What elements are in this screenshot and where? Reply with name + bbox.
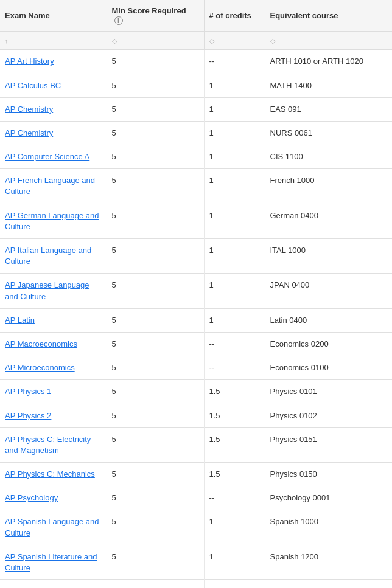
ap-exams-table: Exam Name Min Score Required i # of cred… <box>0 0 392 588</box>
cell-credits: 1 <box>204 204 265 238</box>
sort-arrow-credits: ◇ <box>209 37 214 44</box>
cell-equivalent: German 0400 <box>265 204 392 238</box>
cell-min-score: 5 <box>107 545 204 579</box>
table-row: AP Chemistry51NURS 0061 <box>0 121 392 145</box>
exam-name-link[interactable]: AP Spanish Language and Culture <box>5 517 99 537</box>
cell-credits: 1 <box>204 169 265 204</box>
cell-exam-name: AP Physics 2 <box>0 404 107 427</box>
table-row: AP Macroeconomics5--Economics 0200 <box>0 332 392 356</box>
cell-equivalent: Economics 0100 <box>265 356 392 380</box>
cell-exam-name: AP Spanish Language and Culture <box>0 510 107 545</box>
cell-exam-name: AP Microeconomics <box>0 356 107 380</box>
cell-exam-name: AP Calculus BC <box>0 74 107 97</box>
cell-equivalent: Physics 0102 <box>265 404 392 427</box>
header-credits[interactable]: # of credits <box>204 0 265 32</box>
exam-name-link[interactable]: AP Calculus BC <box>5 81 61 90</box>
table-row: AP French Language and Culture51French 1… <box>0 169 392 204</box>
sort-equivalent[interactable]: ◇ <box>265 32 392 50</box>
cell-exam-name: AP Physics C: Mechanics <box>0 463 107 486</box>
cell-credits: 1 <box>204 545 265 579</box>
cell-min-score: 5 <box>107 50 204 74</box>
exam-name-link[interactable]: AP Latin <box>5 316 35 325</box>
cell-credits: 1 <box>204 97 265 121</box>
exam-name-link[interactable]: AP Physics 1 <box>5 387 51 396</box>
cell-exam-name: AP Chemistry <box>0 97 107 121</box>
cell-credits: 1 <box>204 121 265 145</box>
exam-name-link[interactable]: AP French Language and Culture <box>5 176 95 196</box>
exam-name-link[interactable]: AP Art History <box>5 57 54 66</box>
exam-name-link[interactable]: AP Physics 2 <box>5 411 51 420</box>
header-equivalent-label: Equivalent course <box>270 11 338 20</box>
table-row: AP Physics C: Mechanics51.5Physics 0150 <box>0 463 392 486</box>
cell-exam-name: AP Chemistry <box>0 121 107 145</box>
exam-name-link[interactable]: AP Chemistry <box>5 105 53 114</box>
cell-equivalent: MATH 1400 <box>265 74 392 97</box>
cell-credits: 1 <box>204 74 265 97</box>
sort-credits[interactable]: ◇ <box>204 32 265 50</box>
cell-equivalent: ARTH 1010 or ARTH 1020 <box>265 50 392 74</box>
cell-exam-name: AP Spanish Literature and Culture <box>0 545 107 579</box>
cell-exam-name: AP Japanese Language and Culture <box>0 274 107 308</box>
header-equivalent[interactable]: Equivalent course <box>265 0 392 32</box>
exam-name-link[interactable]: AP Computer Science A <box>5 152 89 161</box>
header-exam-name-label: Exam Name <box>5 11 50 20</box>
cell-min-score: 5 <box>107 332 204 356</box>
header-row: Exam Name Min Score Required i # of cred… <box>0 0 392 32</box>
exam-name-link[interactable]: AP Spanish Literature and Culture <box>5 552 97 572</box>
cell-min-score: 5 <box>107 427 204 462</box>
cell-min-score: 5 <box>107 74 204 97</box>
sort-arrow-equiv: ◇ <box>270 37 275 44</box>
exam-name-link[interactable]: AP Chemistry <box>5 128 53 137</box>
exam-name-link[interactable]: AP Physics C: Mechanics <box>5 469 95 479</box>
sort-arrow-exam: ↑ <box>5 37 9 44</box>
cell-credits: 1 <box>204 145 265 169</box>
exam-name-link[interactable]: AP German Language and Culture <box>5 211 99 231</box>
table-row: AP Japanese Language and Culture51JPAN 0… <box>0 274 392 308</box>
exam-name-link[interactable]: AP Psychology <box>5 493 58 502</box>
sort-exam-name[interactable]: ↑ <box>0 32 107 50</box>
cell-credits: 1.5 <box>204 404 265 427</box>
cell-credits: -- <box>204 50 265 74</box>
header-min-score[interactable]: Min Score Required i <box>107 0 204 32</box>
cell-exam-name: AP Art History <box>0 50 107 74</box>
cell-min-score: 5 <box>107 404 204 427</box>
cell-equivalent: ITAL 1000 <box>265 239 392 274</box>
cell-min-score: 5 <box>107 380 204 404</box>
cell-equivalent: French 1000 <box>265 169 392 204</box>
cell-credits: 1.5 <box>204 463 265 486</box>
table-row: AP Psychology5--Psychology 0001 <box>0 486 392 510</box>
exam-name-link[interactable]: AP Italian Language and Culture <box>5 246 91 266</box>
cell-min-score: 5 <box>107 204 204 238</box>
exam-name-link[interactable]: AP Japanese Language and Culture <box>5 280 89 300</box>
cell-equivalent: EAS 091 <box>265 97 392 121</box>
cell-credits: 1 <box>204 510 265 545</box>
cell-min-score: 5 <box>107 145 204 169</box>
cell-equivalent: Economics 0200 <box>265 332 392 356</box>
exam-name-link[interactable]: AP Microeconomics <box>5 363 75 372</box>
cell-equivalent: Physics 0101 <box>265 380 392 404</box>
sort-row: ↑ ◇ ◇ ◇ <box>0 32 392 50</box>
cell-credits: -- <box>204 356 265 380</box>
sort-arrow-min: ◇ <box>112 37 117 44</box>
cell-credits: 1 <box>204 308 265 332</box>
table-row: AP Spanish Literature and Culture51Spani… <box>0 545 392 579</box>
table-row: AP Computer Science A51CIS 1100 <box>0 145 392 169</box>
cell-equivalent: STAT 1010 or STAT 1110 <box>265 580 392 588</box>
cell-credits: 1.5 <box>204 427 265 462</box>
cell-equivalent: Spanish 1000 <box>265 510 392 545</box>
cell-credits: 1 <box>204 274 265 308</box>
cell-credits: 1 <box>204 239 265 274</box>
header-exam-name[interactable]: Exam Name <box>0 0 107 32</box>
exam-name-link[interactable]: AP Macroeconomics <box>5 339 77 348</box>
cell-exam-name: AP Computer Science A <box>0 145 107 169</box>
cell-equivalent: NURS 0061 <box>265 121 392 145</box>
info-icon[interactable]: i <box>114 16 123 25</box>
cell-exam-name: AP Latin <box>0 308 107 332</box>
cell-equivalent: Psychology 0001 <box>265 486 392 510</box>
cell-min-score: 5 <box>107 463 204 486</box>
main-table-container: Exam Name Min Score Required i # of cred… <box>0 0 392 588</box>
sort-min-score[interactable]: ◇ <box>107 32 204 50</box>
exam-name-link[interactable]: AP Physics C: Electricity and Magnetism <box>5 435 91 455</box>
cell-min-score: 5 <box>107 356 204 380</box>
table-row: AP Physics 251.5Physics 0102 <box>0 404 392 427</box>
